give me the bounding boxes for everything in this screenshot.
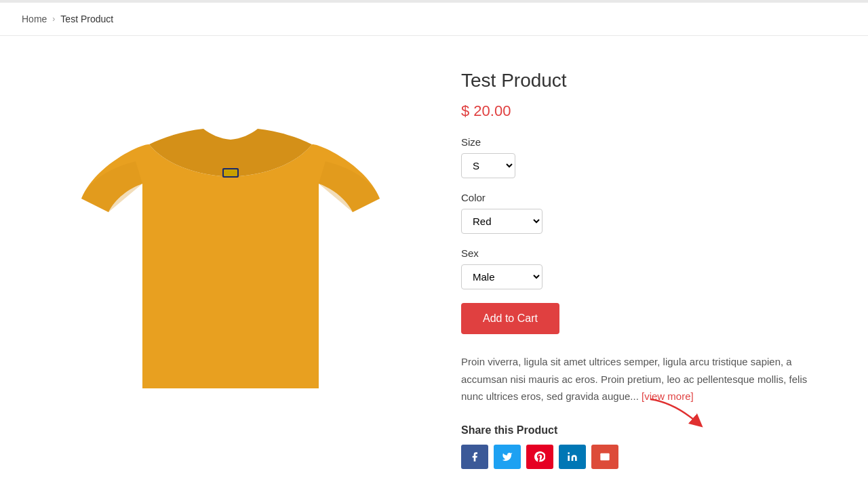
share-linkedin-button[interactable] bbox=[559, 445, 586, 469]
size-select[interactable]: S M L XL XXL bbox=[461, 153, 515, 178]
sex-label: Sex bbox=[461, 247, 814, 259]
product-title: Test Product bbox=[461, 70, 814, 92]
share-pinterest-button[interactable] bbox=[526, 445, 553, 469]
svg-rect-1 bbox=[224, 169, 237, 176]
product-details-section: Test Product $ 20.00 Size S M L XL XXL C… bbox=[461, 63, 814, 469]
product-price: $ 20.00 bbox=[461, 102, 814, 120]
share-facebook-button[interactable] bbox=[461, 445, 488, 469]
sex-select[interactable]: Male Female Unisex bbox=[461, 264, 542, 289]
color-label: Color bbox=[461, 192, 814, 203]
view-more-link[interactable]: [view more] bbox=[642, 390, 694, 402]
share-email-button[interactable] bbox=[591, 445, 618, 469]
breadcrumb-current-page: Test Product bbox=[60, 14, 113, 24]
svg-point-2 bbox=[568, 452, 570, 454]
product-image bbox=[68, 63, 393, 456]
share-section: Share this Product bbox=[461, 424, 814, 469]
color-option-group: Color Red Blue Green Black White bbox=[461, 192, 814, 234]
size-option-group: Size S M L XL XXL bbox=[461, 136, 814, 178]
add-to-cart-button[interactable]: Add to Cart bbox=[461, 303, 559, 334]
description-text: Proin viverra, ligula sit amet ultrices … bbox=[461, 356, 807, 402]
color-select[interactable]: Red Blue Green Black White bbox=[461, 209, 542, 234]
size-label: Size bbox=[461, 136, 814, 148]
product-page: Test Product $ 20.00 Size S M L XL XXL C… bbox=[0, 36, 868, 488]
breadcrumb-home-link[interactable]: Home bbox=[22, 14, 47, 24]
share-buttons bbox=[461, 445, 814, 469]
share-title: Share this Product bbox=[461, 424, 814, 436]
sex-option-group: Sex Male Female Unisex bbox=[461, 247, 814, 289]
share-twitter-button[interactable] bbox=[494, 445, 521, 469]
product-image-section bbox=[54, 63, 407, 469]
product-description: Proin viverra, ligula sit amet ultrices … bbox=[461, 353, 814, 405]
breadcrumb: Home › Test Product bbox=[0, 3, 868, 36]
breadcrumb-separator: › bbox=[52, 14, 55, 24]
